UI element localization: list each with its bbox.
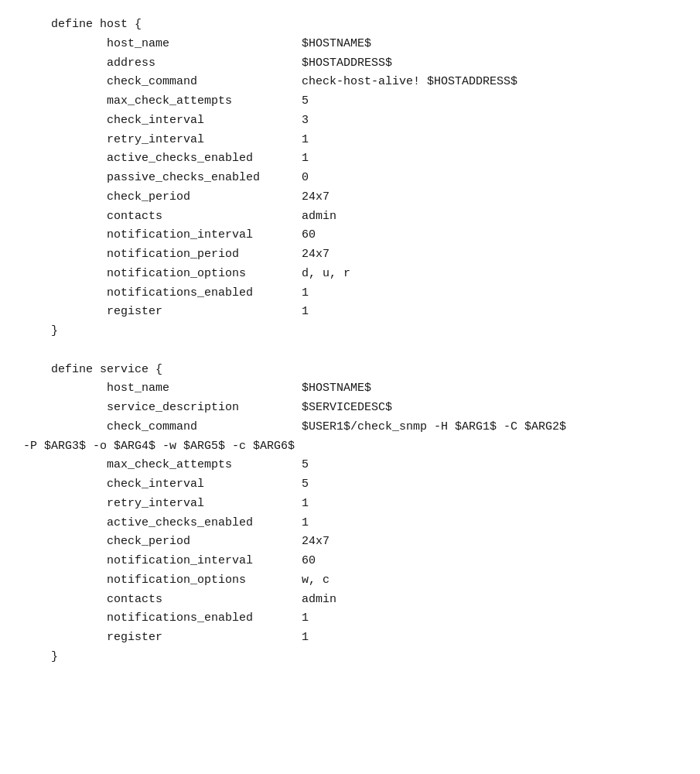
config-code: define host { host_name $HOSTNAME$ addre… — [23, 15, 677, 667]
